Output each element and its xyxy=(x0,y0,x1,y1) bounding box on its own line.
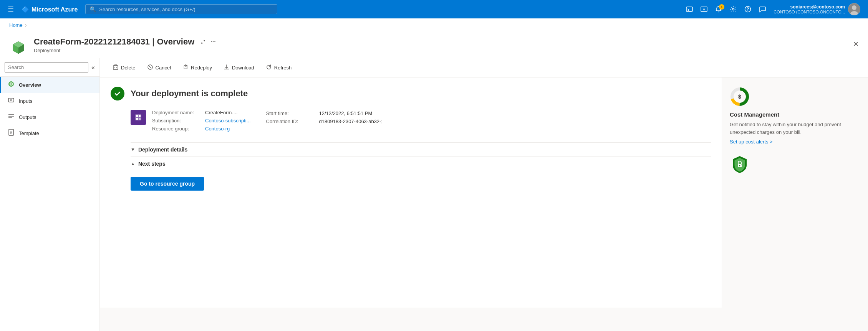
sidebar-item-outputs-label: Outputs xyxy=(19,114,36,120)
topbar: ☰ 🔷Microsoft Azure 🔍 1 soniarees@contoso… xyxy=(0,0,868,18)
breadcrumb-sep: › xyxy=(25,22,27,28)
pin-icon[interactable] xyxy=(199,38,206,46)
download-label: Download xyxy=(232,65,254,71)
subscription-label: Subscription: xyxy=(152,118,202,124)
cancel-icon xyxy=(147,64,153,71)
deployment-info: Deployment name: CreateForm-... Subscrip… xyxy=(111,110,711,132)
user-tenant: CONTOSO (CONTOSO.ONCONTO... xyxy=(774,10,845,14)
refresh-icon xyxy=(266,64,272,71)
svg-rect-43 xyxy=(139,118,141,120)
notifications-button[interactable]: 1 xyxy=(712,3,725,15)
download-icon xyxy=(224,64,230,71)
svg-rect-0 xyxy=(686,7,692,12)
svg-point-7 xyxy=(747,10,748,11)
download-button[interactable]: Download xyxy=(219,61,259,74)
cloud-shell-button[interactable] xyxy=(683,3,696,15)
subscription-field: Subscription: Contoso-subscripti... xyxy=(152,118,251,124)
user-profile[interactable]: soniarees@contoso.com CONTOSO (CONTOSO.O… xyxy=(770,2,863,17)
correlation-id-label: Correlation ID: xyxy=(266,119,316,124)
notification-badge: 1 xyxy=(719,4,724,10)
resource-group-link[interactable]: Contoso-rg xyxy=(205,126,230,132)
deployment-icon xyxy=(9,38,28,57)
deployment-complete-header: Your deployment is complete xyxy=(111,87,711,100)
help-button[interactable] xyxy=(741,3,754,15)
svg-rect-41 xyxy=(139,115,141,117)
refresh-button[interactable]: Refresh xyxy=(261,61,297,74)
inputs-icon xyxy=(7,97,15,105)
next-steps-section[interactable]: ▲ Next steps xyxy=(131,156,711,171)
sidebar-item-overview[interactable]: Overview xyxy=(0,77,99,93)
sidebar-search-input[interactable] xyxy=(5,62,88,72)
page-header-content: CreateForm-20221212184031 | Overview ···… xyxy=(34,37,847,58)
collapse-icon: ▲ xyxy=(131,161,135,166)
next-steps-content: Go to resource group xyxy=(131,171,711,197)
settings-button[interactable] xyxy=(727,3,740,15)
start-time-value: 12/12/2022, 6:51:51 PM xyxy=(319,110,373,116)
toolbar: Delete Cancel Redeploy Download xyxy=(100,58,868,77)
main-layout: « Overview Inputs Outputs xyxy=(0,58,868,331)
cancel-label: Cancel xyxy=(156,65,171,71)
sidebar-item-inputs[interactable]: Inputs xyxy=(0,93,99,109)
delete-label: Delete xyxy=(121,65,136,71)
svg-line-37 xyxy=(149,66,151,68)
svg-point-18 xyxy=(10,83,12,85)
next-steps-label: Next steps xyxy=(138,161,166,167)
goto-resource-group-button[interactable]: Go to resource group xyxy=(131,177,204,191)
template-icon xyxy=(7,129,15,137)
cost-management-card: $ Cost Management Get notified to stay w… xyxy=(730,87,860,145)
collapse-sidebar-button[interactable]: « xyxy=(91,64,95,71)
subscription-link[interactable]: Contoso-subscripti... xyxy=(205,118,251,124)
setup-cost-alerts-link[interactable]: Set up cost alerts > xyxy=(730,139,860,145)
sidebar-item-template[interactable]: Template xyxy=(0,125,99,141)
search-input[interactable] xyxy=(99,7,273,12)
overview-icon xyxy=(7,81,15,89)
deployment-fields-left: Deployment name: CreateForm-... Subscrip… xyxy=(152,110,251,132)
avatar xyxy=(848,3,860,15)
cost-management-title: Cost Management xyxy=(730,111,860,118)
breadcrumb-home[interactable]: Home xyxy=(9,22,23,28)
deployment-panel: Your deployment is complete Deployment n… xyxy=(100,77,722,308)
cancel-button[interactable]: Cancel xyxy=(142,61,176,74)
global-search[interactable]: 🔍 xyxy=(85,4,277,14)
page-header-close: ✕ xyxy=(853,37,859,48)
security-icon xyxy=(730,154,750,174)
delete-button[interactable]: Delete xyxy=(108,61,141,74)
start-time-label: Start time: xyxy=(266,110,316,116)
breadcrumb: Home › xyxy=(0,18,868,32)
svg-point-49 xyxy=(739,165,740,166)
sidebar-item-overview-label: Overview xyxy=(19,82,41,88)
redeploy-button[interactable]: Redeploy xyxy=(177,61,217,74)
page-title: CreateForm-20221212184031 | Overview ··· xyxy=(34,37,847,47)
user-email: soniarees@contoso.com xyxy=(774,4,845,10)
cost-management-icon: $ xyxy=(730,87,750,107)
user-info: soniarees@contoso.com CONTOSO (CONTOSO.O… xyxy=(774,4,845,14)
resource-group-field: Resource group: Contoso-rg xyxy=(152,126,251,132)
deployment-name-value: CreateForm-... xyxy=(205,110,238,115)
correlation-id-value: d1809183-2307-4063-ab32-; xyxy=(319,119,383,124)
start-time-field: Start time: 12/12/2022, 6:51:51 PM xyxy=(266,110,383,116)
deployment-details-section[interactable]: ▼ Deployment details xyxy=(131,142,711,156)
svg-rect-42 xyxy=(136,118,138,120)
sidebar-nav: Overview Inputs Outputs Template xyxy=(0,77,99,331)
upload-button[interactable] xyxy=(697,3,711,15)
main-content: Your deployment is complete Deployment n… xyxy=(100,77,868,308)
svg-point-9 xyxy=(852,5,856,10)
page-header: CreateForm-20221212184031 | Overview ···… xyxy=(0,32,868,58)
outputs-icon xyxy=(7,113,15,121)
sidebar-item-outputs[interactable]: Outputs xyxy=(0,109,99,125)
topbar-icons: 1 soniarees@contoso.com CONTOSO (CONTOSO… xyxy=(683,2,863,17)
deployment-name-field: Deployment name: CreateForm-... xyxy=(152,110,251,115)
close-button[interactable]: ✕ xyxy=(853,40,859,48)
content-area: Delete Cancel Redeploy Download xyxy=(100,58,868,331)
deployment-info-left: Deployment name: CreateForm-... Subscrip… xyxy=(131,110,251,132)
sidebar-item-inputs-label: Inputs xyxy=(19,98,32,104)
more-options-icon[interactable]: ··· xyxy=(210,38,215,45)
feedback-button[interactable] xyxy=(756,3,769,15)
hamburger-menu[interactable]: ☰ xyxy=(5,3,17,15)
sidebar-item-template-label: Template xyxy=(19,130,39,136)
deployment-details-label: Deployment details xyxy=(138,147,187,153)
delete-icon xyxy=(113,64,119,71)
svg-point-5 xyxy=(732,8,734,10)
svg-text:$: $ xyxy=(738,94,741,100)
expand-icon: ▼ xyxy=(131,147,135,152)
